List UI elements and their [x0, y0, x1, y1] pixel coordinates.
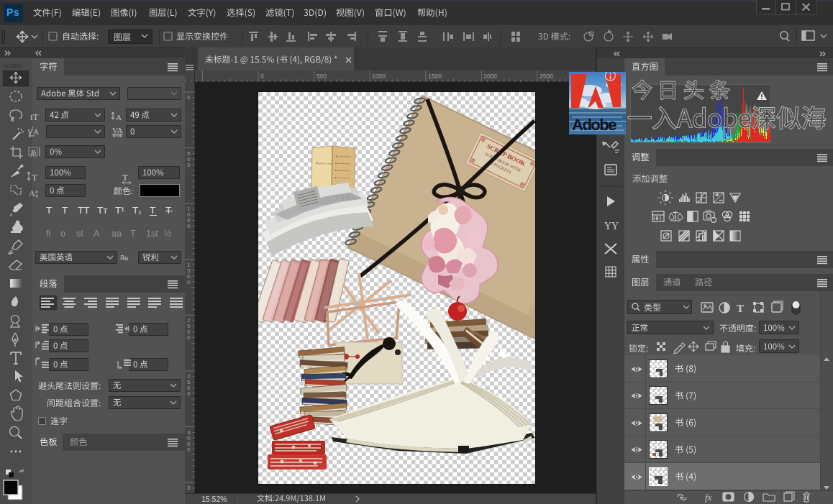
svg-text:T: T: [32, 172, 37, 183]
svg-text:a: a: [35, 188, 38, 195]
svg-text:0: 0: [260, 73, 264, 80]
svg-text:Report Card: Report Card: [316, 161, 332, 165]
svg-text:1500: 1500: [428, 73, 442, 80]
svg-text:0: 0: [187, 223, 191, 229]
svg-text:A: A: [33, 127, 39, 136]
svg-text:T: T: [737, 303, 744, 314]
svg-text:tT: tT: [30, 111, 39, 122]
svg-text:2500: 2500: [540, 73, 553, 80]
svg-text:YY: YY: [604, 221, 619, 232]
svg-text:A: A: [29, 188, 35, 198]
svg-text:0: 0: [187, 390, 191, 397]
svg-text:3: 3: [187, 485, 191, 491]
svg-text:0: 0: [187, 162, 191, 168]
svg-text:T: T: [122, 172, 128, 183]
svg-text:1000: 1000: [372, 73, 386, 80]
svg-text:0: 0: [187, 279, 191, 285]
svg-text:500: 500: [317, 73, 327, 80]
svg-text:fx: fx: [705, 492, 712, 503]
svg-text:VA: VA: [112, 126, 123, 134]
svg-text:0: 0: [187, 446, 191, 453]
svg-text:A: A: [116, 113, 122, 122]
svg-text:0: 0: [187, 94, 191, 101]
svg-text:Adobe: Adobe: [572, 116, 616, 134]
svg-text:2000: 2000: [483, 73, 497, 80]
svg-text:0: 0: [187, 334, 191, 341]
